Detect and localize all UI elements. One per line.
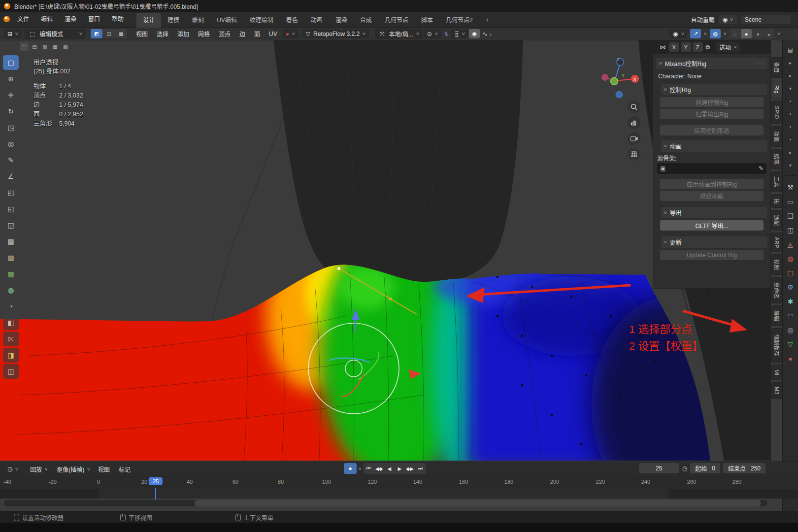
tab-compositing[interactable]: 合成 — [354, 13, 378, 28]
playback-menu[interactable]: 回放∨ — [27, 464, 51, 474]
menu-edit[interactable]: 编辑 — [35, 12, 59, 27]
menu-view[interactable]: 视图 — [132, 30, 152, 38]
select-mode-mini-5[interactable]: ▧ — [61, 42, 70, 51]
timeline-editor-type-button[interactable]: ◷∨ — [4, 465, 22, 473]
create-control-rig-button[interactable]: 创建控制Rig — [660, 97, 764, 107]
tab-geometry-nodes[interactable]: 几何节点 — [378, 13, 415, 28]
tab-sculpt[interactable]: 雕刻 — [186, 13, 210, 28]
tab-item[interactable]: 条目 — [771, 57, 782, 78]
material-tab-icon[interactable]: ● — [788, 351, 792, 366]
menu-select[interactable]: 选择 — [153, 30, 172, 38]
tab-modeling[interactable]: 建模 — [161, 13, 186, 28]
constraints-tab-icon[interactable]: ◎ — [787, 323, 793, 337]
tab-rig[interactable]: Rig — [771, 80, 782, 99]
pan-hand-button[interactable] — [628, 116, 640, 129]
tab-animation[interactable]: 动画 — [304, 13, 329, 28]
scene-tab-icon[interactable]: ◬ — [788, 237, 793, 251]
outliner-expand-icon[interactable]: ▸ — [789, 69, 792, 82]
extrude-tool[interactable]: ◱ — [3, 201, 19, 216]
tab-rendering[interactable]: 渲染 — [329, 13, 354, 28]
tab-design[interactable]: 设计 — [136, 13, 161, 28]
outliner-expand-icon[interactable]: ▸ — [789, 56, 792, 69]
next-keyframe-button[interactable]: ◆▶ — [405, 463, 415, 474]
knife-tool[interactable]: ▦ — [3, 266, 19, 281]
play-reverse-button[interactable]: ◀ — [384, 463, 395, 474]
smooth-tool[interactable]: ◧ — [3, 315, 19, 330]
output-tab-icon[interactable]: ❏ — [787, 208, 794, 223]
menu-file[interactable]: 文件 — [11, 12, 35, 27]
menu-window[interactable]: 窗口 — [82, 12, 106, 27]
update-section-header[interactable]: ∨更新 — [661, 236, 767, 248]
navigation-axis-gizmo[interactable]: Z Y X — [595, 55, 644, 104]
current-frame-field[interactable]: 25 — [639, 463, 679, 473]
tab-edit[interactable]: 编辑 — [771, 305, 782, 326]
stopwatch-icon[interactable]: ◷ — [682, 465, 687, 472]
transform-tool[interactable]: ◎ — [3, 136, 19, 151]
tab-uv-edit[interactable]: UV编辑 — [210, 13, 243, 28]
cursor-tool[interactable]: ⊕ — [3, 71, 19, 86]
tab-fit[interactable]: 适配 — [771, 210, 782, 231]
export-section-header[interactable]: ∨导出 — [661, 207, 767, 218]
auto-keying-button[interactable]: ● — [344, 463, 357, 474]
keying-menu[interactable]: 抠像(插帧)∨ — [53, 464, 94, 474]
options-dropdown[interactable]: 选项∨ — [716, 42, 740, 52]
tab-rename[interactable]: 重命名 — [771, 277, 782, 303]
toggle-perspective-button[interactable] — [628, 148, 640, 161]
snap-magnet-icon[interactable]: ↯ — [442, 31, 450, 37]
tab-shading[interactable]: 着色 — [280, 13, 304, 28]
mirror-y-button[interactable]: Y — [681, 42, 691, 52]
menu-uv[interactable]: UV — [265, 31, 281, 37]
scene-selector[interactable]: Scene — [741, 15, 791, 24]
properties-editor-icon[interactable]: ▤ — [788, 43, 793, 56]
new-scene-button[interactable]: ◉∨ — [719, 15, 737, 24]
annotate-tool[interactable]: ✎ — [3, 153, 19, 167]
bake-animation-button[interactable]: 烘焙动画 — [660, 191, 764, 201]
tab-spio[interactable]: SPIO — [771, 100, 782, 124]
outliner-collapse-icon[interactable]: ▾ — [789, 82, 792, 95]
edge-select-button[interactable]: ◫ — [103, 29, 115, 38]
outliner-collapse-icon[interactable]: ▾ — [789, 159, 792, 171]
wireframe-shading-button[interactable]: ◌ — [730, 29, 740, 38]
snap-target-dropdown[interactable]: ⣿∨ — [451, 30, 468, 38]
modifiers-tab-icon[interactable]: ⚙ — [787, 280, 794, 294]
menu-edge[interactable]: 边 — [235, 30, 249, 38]
source-armature-field[interactable]: ▣ ✎ — [657, 163, 766, 174]
spin-tool[interactable]: ◔ — [3, 299, 19, 314]
eyedropper-icon[interactable]: ✎ — [759, 165, 764, 172]
inset-faces-tool[interactable]: ◲ — [3, 218, 19, 233]
outliner-expand-icon[interactable]: ▸ — [789, 146, 792, 159]
control-rig-header[interactable]: ∨控制RIg — [661, 84, 767, 95]
addon-sphere-dropdown[interactable]: ●∨ — [282, 30, 299, 38]
mirror-z-button[interactable]: Z — [693, 42, 703, 52]
mirror-icon[interactable]: ⋈ — [659, 44, 667, 51]
timeline-scrollbar[interactable] — [195, 500, 761, 506]
camera-view-button[interactable] — [628, 132, 640, 145]
orientation-dropdown[interactable]: ⤧本地/局...∨ — [375, 29, 423, 39]
apply-control-shape-button[interactable]: 应用控制形态 — [660, 125, 764, 135]
current-frame-badge[interactable]: 25 — [149, 477, 163, 485]
bevel-tool[interactable]: ▤ — [3, 234, 19, 249]
menu-help[interactable]: 帮助 — [106, 12, 130, 27]
timeline-ruler[interactable]: -40 -20 0 20 40 60 80 100 120 140 160 18… — [0, 476, 798, 490]
menu-add[interactable]: 添加 — [173, 30, 193, 38]
editor-type-button[interactable]: ⊞∨ — [4, 30, 22, 38]
measure-tool[interactable]: ∠ — [3, 169, 19, 184]
tab-view[interactable]: 视图 — [771, 254, 782, 275]
poly-build-tool[interactable]: ◍ — [3, 283, 19, 298]
update-control-rig-button[interactable]: Update Control Rig — [660, 250, 764, 260]
tool-tab-icon[interactable]: ⚒ — [787, 180, 794, 194]
falloff-dropdown[interactable]: ∿ ∨ — [481, 31, 493, 37]
zero-output-rig-button[interactable]: 归零输出Rig — [660, 109, 764, 119]
tab-scripting[interactable]: 脚本 — [415, 13, 439, 28]
zoom-button[interactable] — [628, 100, 640, 113]
add-workspace-button[interactable]: + — [479, 13, 496, 28]
retopoflow-dropdown[interactable]: ▽RetopoFlow 3.2.2∨ — [302, 30, 369, 38]
snap-cube-icon[interactable]: ⧉ — [704, 44, 712, 51]
timeline-marker-menu[interactable]: 标记 — [114, 465, 135, 473]
add-cube-tool[interactable]: ◰ — [3, 185, 19, 200]
pivot-dropdown[interactable]: ⊙∨ — [424, 30, 441, 38]
tab-retopo[interactable]: 拓 — [771, 194, 782, 208]
frame-start-field[interactable]: 起始0 — [690, 463, 720, 473]
edge-slide-tool[interactable]: ⤪ — [3, 332, 19, 346]
loop-cut-tool[interactable]: ▥ — [3, 250, 19, 265]
